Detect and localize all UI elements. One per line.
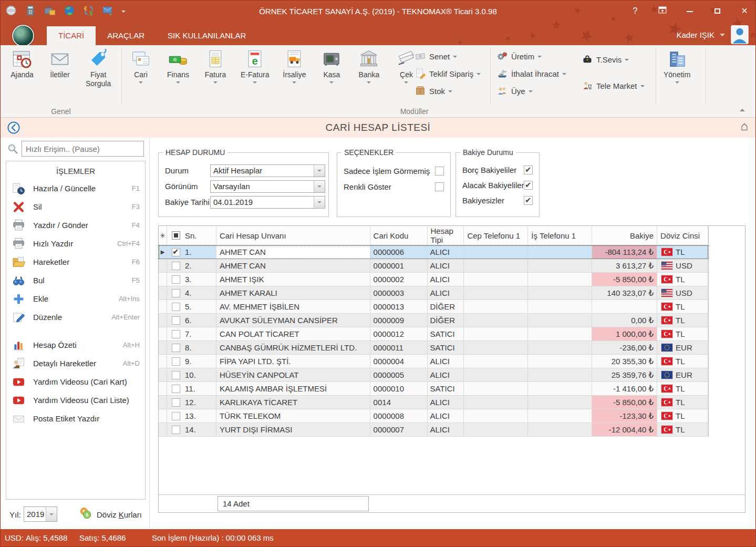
table-row[interactable]: 7. CAN POLAT TİCARET 0000012 SATICI 1 00… [159, 327, 708, 341]
cell-is-telefonu [528, 382, 592, 396]
year-select-arrow[interactable] [46, 507, 57, 521]
sidebar-item-d-zenle[interactable]: DüzenleAlt+Enter [6, 308, 145, 326]
row-checkbox[interactable] [172, 248, 180, 256]
maximize-button[interactable] [711, 6, 723, 16]
ribbon-button-fatura[interactable]: Fatura [200, 46, 231, 84]
ribbon-button-ye[interactable]: Üye [496, 84, 566, 98]
tab-ti-cari[interactable]: TİCARİ [47, 26, 96, 45]
minimize-button[interactable] [684, 6, 696, 16]
table-row[interactable]: 12. KARLIKAYA TİCARET 0014 ALICI -5 850,… [159, 396, 708, 409]
quick-access-search-input[interactable] [22, 141, 144, 157]
ribbon-button-e-fatura[interactable]: eE-Fatura [237, 46, 272, 84]
ribbon-button-stok[interactable]: Stok [415, 84, 481, 98]
sidebar-divider [149, 138, 150, 530]
ribbon-button-t-sevis[interactable]: T.Sevis [582, 53, 645, 66]
tab-sik-kullanilanlar[interactable]: SIK KULLANILANLAR [156, 26, 257, 45]
column-header-is[interactable]: İş Telefonu 1 [528, 226, 592, 245]
sidebar-item-yard-m-videosu-cari-liste[interactable]: Yardım Videosu (Cari Liste) [6, 391, 145, 409]
sidebar-item-hareketler[interactable]: HareketlerF6 [6, 253, 145, 271]
select-all-checkbox[interactable] [172, 231, 180, 240]
checkbox-sadece-i-lem-g-rmemi[interactable] [435, 167, 444, 176]
row-checkbox[interactable] [172, 262, 180, 270]
table-row[interactable]: 6. AVUKAT SÜLEYMAN CANSİPER 0000009 DİĞE… [159, 314, 708, 327]
user-menu[interactable]: Kader IŞIK [676, 25, 749, 45]
close-button[interactable]: × [739, 5, 750, 17]
ribbon-button-i-letiler[interactable]: İletiler [45, 46, 75, 88]
sidebar-item-yard-m-videosu-cari-kart[interactable]: Yardım Videosu (Cari Kart) [6, 373, 145, 391]
table-row[interactable]: ▶ 1. AHMET CAN 0000006 ALICI -804 113,24… [159, 245, 708, 259]
grid-options-icon[interactable]: ✳ [159, 226, 167, 245]
sidebar-item-sil[interactable]: SilF3 [6, 198, 145, 216]
sidebar-item-posta-etiket-yazd-r[interactable]: Posta Etiket Yazdır [6, 409, 145, 428]
checkbox-alacak-bakiyeliler[interactable] [524, 181, 533, 190]
row-checkbox[interactable] [172, 371, 180, 379]
row-checkbox[interactable] [172, 303, 180, 311]
column-header-unvan[interactable]: Cari Hesap Unvanı [216, 226, 370, 245]
column-header-cep[interactable]: Cep Telefonu 1 [464, 226, 528, 245]
ribbon-button-i-rsaliye[interactable]: İrsaliye [279, 46, 309, 84]
app-logo[interactable] [12, 25, 34, 47]
ribbon-button-retim[interactable]: Üretim [496, 49, 566, 63]
table-row[interactable]: 14. YURT DIŞI FİRMASI 0000007 ALICI -12 … [159, 423, 708, 437]
table-row[interactable]: 5. AV. MEHMET İŞBİLEN 0000013 DİĞER TL [159, 300, 708, 314]
sidebar-item-h-zl-yazd-r[interactable]: Hızlı YazdırCtrl+F4 [6, 234, 145, 253]
ribbon-button-cari[interactable]: Cari [126, 46, 156, 84]
row-checkbox[interactable] [172, 330, 180, 338]
table-row[interactable]: 9. FİPA YAPI LTD. ŞTİ. 0000004 ALICI 20 … [159, 355, 708, 368]
checkbox-bor-bakiyeliler[interactable] [524, 166, 533, 174]
select-arrow-icon[interactable] [314, 197, 325, 208]
ribbon-button-teklif-sipari[interactable]: Teklif Sipariş [415, 67, 481, 80]
row-checkbox[interactable] [172, 398, 180, 407]
table-row[interactable]: 4. AHMET KARALI 0000003 ALICI 140 323,07… [159, 286, 708, 300]
ribbon-button-tele-market[interactable]: Tele Market [582, 79, 645, 92]
sidebar-item-hesap-zeti[interactable]: Hesap ÖzetiAlt+H [6, 336, 145, 354]
ribbon-button-senet[interactable]: Senet [415, 49, 481, 63]
ribbon-button-banka[interactable]: Banka [354, 46, 384, 84]
sidebar-item-yazd-r-g-nder[interactable]: Yazdır / GönderF4 [6, 216, 145, 234]
doviz-kurlari-button[interactable]: Döviz Kurları [97, 510, 142, 519]
ribbon-button-i-thalat-i-hracat[interactable]: İthalat İhracat [496, 67, 566, 80]
row-checkbox[interactable] [172, 385, 180, 393]
column-header-bakiye[interactable]: Bakiye [592, 226, 657, 245]
ribbon-display-options-button[interactable] [657, 6, 668, 16]
row-checkbox[interactable] [172, 412, 180, 420]
checkbox-renkli-g-ster[interactable] [435, 182, 444, 191]
uye-icon [496, 85, 508, 97]
ribbon-button-fiyat-sorgula[interactable]: Fiyat Sorgula [82, 46, 114, 88]
row-checkbox[interactable] [172, 357, 180, 366]
home-button[interactable]: ⌂ [741, 119, 749, 133]
collapse-ribbon-button[interactable] [740, 109, 747, 114]
column-header-doviz[interactable]: Döviz Cinsi [657, 226, 708, 245]
select-g-r-n-m[interactable]: Varsayılan [210, 180, 325, 193]
ribbon-button-ajanda[interactable]: Ajanda [7, 46, 37, 88]
row-checkbox[interactable] [172, 344, 180, 352]
select-arrow-icon[interactable] [314, 165, 325, 177]
row-checkbox[interactable] [172, 275, 180, 284]
help-button[interactable]: ? [629, 6, 641, 16]
sidebar-item-bul[interactable]: BulF5 [6, 271, 145, 290]
row-checkbox[interactable] [172, 316, 180, 325]
ribbon-button-finans[interactable]: Finans [163, 46, 193, 84]
table-row[interactable]: 8. CANBAŞ GÜMRÜK HİZMETLERİ LTD. 0000011… [159, 341, 708, 355]
table-row[interactable]: 11. KALAMIŞ AMBAR İŞLETMESİ 0000010 SATI… [159, 382, 708, 396]
column-header-tipi[interactable]: Hesap Tipi [428, 226, 464, 245]
select-durum[interactable]: Aktif Hesaplar [210, 164, 325, 177]
sidebar-item-detayl-hareketler[interactable]: Detaylı HareketlerAlt+D [6, 354, 145, 373]
table-row[interactable]: 3. AHMET IŞIK 0000002 ALICI -5 850,00 ₺ … [159, 273, 708, 286]
select-arrow-icon[interactable] [314, 181, 325, 192]
ribbon-button-kasa[interactable]: Kasa [316, 46, 347, 84]
sidebar-item-ekle[interactable]: EkleAlt+Ins [6, 290, 145, 308]
select-bakiye-tarihi[interactable]: 04.01.2019 [210, 196, 325, 209]
checkbox-bakiyesizler[interactable] [524, 196, 533, 205]
ribbon-button-y-netim[interactable]: Yönetim [660, 46, 693, 84]
row-checkbox[interactable] [172, 426, 180, 434]
column-header-kodu[interactable]: Cari Kodu [370, 226, 428, 245]
table-row[interactable]: 10. HÜSEYİN CANPOLAT 0000005 ALICI 25 35… [159, 368, 708, 382]
tab-ara-lar[interactable]: ARAÇLAR [96, 26, 156, 45]
sidebar-item-haz-rla-g-ncelle[interactable]: Hazırla / GüncelleF1 [6, 179, 145, 198]
table-row[interactable]: 2. AHMET CAN 0000001 ALICI 3 613,27 ₺ US… [159, 259, 708, 273]
column-header-sn[interactable]: Sn. [167, 226, 216, 245]
row-checkbox[interactable] [172, 289, 180, 297]
year-select[interactable]: 2019 [24, 507, 57, 522]
table-row[interactable]: 13. TÜRK TELEKOM 0000008 ALICI -123,30 ₺… [159, 409, 708, 423]
